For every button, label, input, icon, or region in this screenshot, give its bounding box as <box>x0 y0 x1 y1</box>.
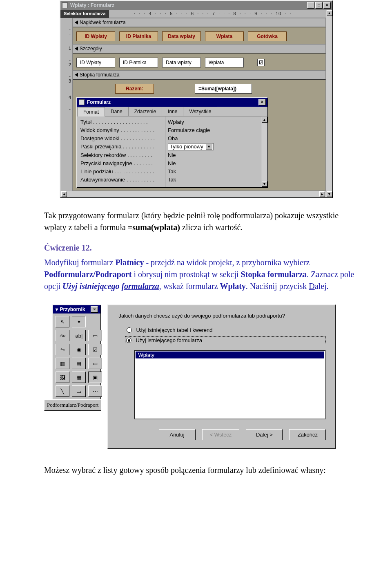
window-title: Wpłaty : Formularz <box>70 2 305 8</box>
property-values: Wpłaty Formularze ciągłe Oba Tylko piono… <box>165 116 261 187</box>
prop-title-value[interactable]: Wpłaty <box>168 118 261 126</box>
checkbox-gotowka[interactable]: ☑ <box>257 59 265 66</box>
option-existing-form[interactable]: Użyj istniejącego formularza <box>125 336 326 344</box>
checkbox-tool-icon[interactable]: ☑ <box>88 344 102 355</box>
option-tables-queries[interactable]: Użyj istniejących tabel i kwerend <box>127 327 326 333</box>
tab-format[interactable]: Format <box>77 107 105 116</box>
label-gotowka[interactable]: Gotówka <box>248 31 287 41</box>
property-title: Formularz <box>87 99 111 105</box>
toggle-tool-icon[interactable]: ⇋ <box>56 344 69 355</box>
combobox-tool-icon[interactable]: ▥ <box>56 358 69 369</box>
prop-default-view[interactable]: Formularze ciągłe <box>168 126 261 134</box>
line-tool-icon[interactable]: ╲ <box>56 385 69 397</box>
wizard-tool-icon[interactable]: ✦ <box>72 316 86 327</box>
groupbox-tool-icon[interactable]: ▭ <box>88 330 102 341</box>
arrow-right-icon[interactable]: ► <box>319 191 325 197</box>
subform-tool-icon[interactable]: ▣ <box>88 372 102 383</box>
label-wplata[interactable]: Wpłata <box>205 31 244 41</box>
tab-zdarzenie[interactable]: Zdarzenie <box>128 107 162 116</box>
frame-tool-icon[interactable]: ▦ <box>72 372 86 383</box>
forms-listbox[interactable]: Wpłaty <box>134 350 326 419</box>
more-tools-icon[interactable]: ⋯ <box>88 385 102 397</box>
radio-icon[interactable] <box>126 338 131 343</box>
exercise-heading: Ćwiczenie 12. <box>44 243 359 253</box>
section-form-footer[interactable]: Stopka formularza <box>73 70 326 79</box>
textbox-data-wplaty[interactable]: Data wpłaty <box>162 58 201 67</box>
paragraph-final: Możesz wybrać z listy gotowy sposób połą… <box>44 466 359 475</box>
close-button[interactable]: × <box>323 2 331 9</box>
section-header-label: Nagłówek formularza <box>80 20 126 25</box>
textbox-tool-icon[interactable]: ab| <box>72 330 86 341</box>
toolbox-close-button[interactable]: × <box>91 306 98 313</box>
tab-dane[interactable]: Dane <box>105 107 129 116</box>
prop-dividers[interactable]: Tak <box>168 168 261 176</box>
textbox-sum-formula[interactable]: =Suma([wpłata]) <box>195 84 252 94</box>
label-id-wplaty[interactable]: ID Wpłaty <box>76 31 115 41</box>
prop-nav-buttons[interactable]: Nie <box>168 159 261 168</box>
rect-tool-icon[interactable]: ▭ <box>72 385 86 397</box>
cancel-button[interactable]: Anuluj <box>159 429 196 440</box>
section-arrow-icon <box>75 73 78 77</box>
tab-wszystkie[interactable]: Wszystkie <box>183 107 217 116</box>
next-button[interactable]: Dalej > <box>246 429 283 440</box>
chevron-down-icon: ▾ <box>56 307 58 312</box>
prop-views[interactable]: Oba <box>168 134 261 143</box>
textbox-id-platnika[interactable]: ID Płatnika <box>119 58 158 67</box>
radio-icon[interactable] <box>127 327 132 333</box>
label-id-platnika[interactable]: ID Płatnika <box>119 31 158 41</box>
list-item[interactable]: Wpłaty <box>136 352 324 358</box>
button-tool-icon[interactable]: ▭ <box>88 358 102 369</box>
pointer-tool-icon[interactable]: ↖ <box>56 316 69 327</box>
label-tool-icon[interactable]: Aa <box>56 330 69 341</box>
h-scrollbar[interactable]: ◄ ► <box>60 191 326 197</box>
minimize-button[interactable]: _ <box>307 2 314 9</box>
paragraph-exercise: Modyfikuj formularz Płatnicy - przejdź n… <box>44 257 359 292</box>
option-label: Użyj istniejących tabel i kwerend <box>136 327 212 333</box>
section-footer-label: Stopka formularza <box>80 72 119 78</box>
h-ruler-ticks: · · · 4 · · · 5 · · · 6 · · · 7 · · · 8 … <box>134 11 292 16</box>
property-icon <box>79 99 85 105</box>
maximize-button[interactable]: □ <box>315 2 323 9</box>
form-selector-label[interactable]: Selektor formularza <box>60 10 109 18</box>
radio-tool-icon[interactable]: ◉ <box>72 344 86 355</box>
prop-record-selectors[interactable]: Nie <box>168 151 261 159</box>
section-arrow-icon <box>75 47 78 51</box>
horizontal-ruler: Selektor formularza · · · 4 · · · 5 · · … <box>60 10 326 18</box>
tab-inne[interactable]: Inne <box>162 107 183 116</box>
subform-tooltip: Podformularz/Podraport <box>44 399 101 411</box>
listbox-tool-icon[interactable]: ▤ <box>72 358 86 369</box>
textbox-wplata[interactable]: Wpłata <box>205 58 244 67</box>
paragraph-description: Tak przygotowany formularz (który będzie… <box>44 210 359 233</box>
label-razem[interactable]: Razem: <box>115 84 154 94</box>
chevron-down-icon[interactable]: ▼ <box>206 143 212 150</box>
image-tool-icon[interactable]: 🖼 <box>56 372 69 383</box>
back-button[interactable]: < Wstecz <box>202 429 240 440</box>
vertical-ruler: 1 2 3 4 <box>60 18 73 191</box>
section-form-header[interactable]: Nagłówek formularza <box>73 18 326 27</box>
arrow-left-icon[interactable]: ◄ <box>61 191 67 197</box>
form-header-surface[interactable]: ID Wpłaty ID Płatnika Data wpłaty Wpłata… <box>73 27 326 44</box>
v-scrollbar[interactable]: ▲ ▼ <box>326 10 332 197</box>
prop-scrollbars[interactable]: Tylko pionowy▼ <box>168 143 261 151</box>
form-icon <box>62 2 68 8</box>
label-data-wplaty[interactable]: Data wpłaty <box>162 31 201 41</box>
finish-button[interactable]: Zakończ <box>289 429 326 440</box>
property-v-scrollbar[interactable]: ▲ ▼ <box>261 116 267 187</box>
property-titlebar[interactable]: Formularz × <box>77 98 267 107</box>
titlebar[interactable]: Wpłaty : Formularz _ □ × <box>60 1 332 10</box>
option-label: Użyj istniejącego formularza <box>136 337 202 343</box>
arrow-down-icon[interactable]: ▼ <box>327 191 332 197</box>
toolbox-window: ▾ Przybornik × ↖ ✦ Aa ab| ▭ ⇋ ◉ ☑ ▥ ▤ ▭ … <box>52 305 101 400</box>
prop-autosize[interactable]: Tak <box>168 176 261 184</box>
property-close-button[interactable]: × <box>258 99 266 105</box>
form-footer-surface[interactable]: Razem: =Suma([wpłata]) Formularz × <box>73 79 326 191</box>
section-detail[interactable]: Szczegóły <box>73 44 326 53</box>
arrow-up-icon[interactable]: ▲ <box>327 10 332 16</box>
toolbox-titlebar[interactable]: ▾ Przybornik × <box>53 305 100 313</box>
textbox-id-wplaty[interactable]: ID Wpłaty <box>76 58 115 67</box>
section-arrow-icon <box>75 20 78 25</box>
arrow-down-icon[interactable]: ▼ <box>262 181 267 187</box>
form-design-window: Wpłaty : Formularz _ □ × Selektor formul… <box>60 0 333 198</box>
form-detail-surface[interactable]: ID Wpłaty ID Płatnika Data wpłaty Wpłata… <box>73 53 326 70</box>
arrow-up-icon[interactable]: ▲ <box>262 117 267 123</box>
